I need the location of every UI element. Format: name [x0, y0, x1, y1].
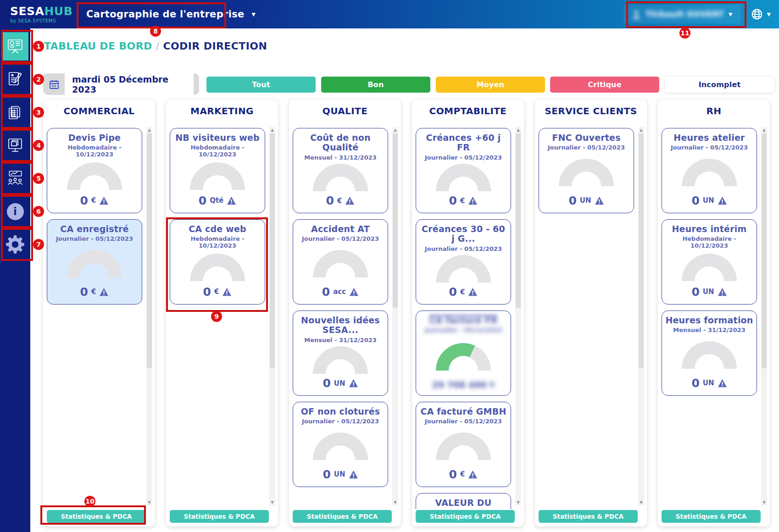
kpi-card-creances-30-60j[interactable]: Créances 30 - 60 j G... Journalier - 05/… — [416, 219, 511, 305]
column-commercial: COMMERCIAL Devis Pipe Hebdomadaire - 10/… — [43, 100, 155, 526]
date-picker[interactable]: mardi 05 Décembre 2023 — [43, 73, 199, 95]
sidebar-item-meetings[interactable] — [2, 164, 28, 193]
kpi-card-heures-formation[interactable]: Heures formation Mensuel - 31/12/2023 0U… — [662, 310, 757, 396]
sesahub-dashboard: SESAHUB by SESA SYSTEMS Cartographie de … — [0, 0, 779, 532]
app-logo: SESAHUB by SESA SYSTEMS — [0, 6, 92, 23]
column-scrollbar[interactable]: ▲▼ — [638, 127, 644, 505]
kpi-card-nouvelles-idees[interactable]: Nouvelles idées SESA... Mensuel - 31/12/… — [293, 310, 388, 396]
top-bar: SESAHUB by SESA SYSTEMS Cartographie de … — [0, 0, 779, 28]
language-chevron-down-icon: ▼ — [767, 11, 771, 17]
column-scrollbar[interactable]: ▲▼ — [761, 127, 767, 505]
kpi-card-accident-at[interactable]: Accident AT Journalier - 05/12/2023 0acc — [293, 219, 388, 305]
column-scrollbar[interactable]: ▲▼ — [392, 127, 398, 505]
kpi-card-fnc-ouvertes[interactable]: FNC Ouvertes Journalier - 05/12/2023 0UN — [539, 128, 634, 213]
kpi-value: 0€ — [203, 285, 232, 299]
annotation-number-11: 11 — [679, 28, 690, 39]
kpi-card-valeur-du-stock[interactable]: VALEUR DU STOCK — [416, 493, 511, 509]
kpi-card-ca-enregistre[interactable]: CA enregistré Journalier - 05/12/2023 0€ — [47, 219, 142, 305]
kpi-value: 0UN — [568, 194, 604, 207]
kpi-card-ca-facture-fr-redacted[interactable]: CA facturé FR Journalier - 05/12/2023 29… — [416, 310, 511, 396]
user-chevron-down-icon: ▼ — [729, 11, 732, 17]
statistiques-pdca-button[interactable]: Statistiques & PDCA — [293, 510, 392, 523]
info-icon: i — [7, 203, 24, 220]
breadcrumb-current-page: CODIR DIRECTION — [163, 40, 267, 52]
gauge-partial-green — [436, 343, 491, 371]
top-right-menu: Thibault DUVERT ▼ ▼ — [623, 0, 771, 28]
column-rh: RH Heures atelier Journalier - 05/12/202… — [658, 100, 770, 526]
column-service-clients: SERVICE CLIENTS FNC Ouvertes Journalier … — [535, 100, 647, 526]
annotation-number-1: 1 — [33, 41, 44, 52]
kpi-value: 0UN — [691, 285, 727, 299]
kpi-card-cout-non-qualite[interactable]: Coût de non Qualité Mensuel - 31/12/2023… — [293, 128, 388, 213]
sidebar-item-settings[interactable] — [2, 230, 28, 259]
sidebar-item-screens[interactable] — [2, 131, 28, 160]
kpi-value: 0€ — [80, 285, 109, 299]
warning-icon — [718, 379, 727, 388]
gauge — [67, 162, 122, 190]
warning-icon — [468, 470, 478, 479]
gauge — [559, 159, 614, 186]
kpi-card-heures-atelier[interactable]: Heures atelier Journalier - 05/12/2023 0… — [662, 128, 757, 213]
kpi-value: 0acc — [322, 285, 359, 299]
warning-icon — [349, 288, 359, 296]
column-title: COMMERCIAL — [43, 105, 155, 116]
gauge — [67, 250, 122, 277]
cartography-dropdown[interactable]: Cartographie de l'entreprise ▼ — [86, 9, 256, 20]
dashboard-board-icon — [6, 37, 24, 55]
kpi-card-ca-facture-gmbh[interactable]: CA facturé GMBH Journalier - 05/12/2023 … — [416, 402, 511, 487]
column-scrollbar[interactable]: ▲▼ — [146, 127, 152, 505]
gauge — [436, 432, 491, 460]
statistiques-pdca-button[interactable]: Statistiques & PDCA — [539, 510, 638, 523]
kpi-value: 0UN — [323, 377, 358, 390]
statistiques-pdca-button[interactable]: Statistiques & PDCA — [416, 510, 515, 523]
gauge — [436, 164, 491, 191]
language-selector[interactable]: ▼ — [751, 8, 771, 20]
document-edit-icon — [6, 70, 24, 89]
statistiques-pdca-button[interactable]: Statistiques & PDCA — [662, 510, 761, 523]
spreadsheet-icon — [6, 103, 24, 122]
user-icon — [632, 10, 641, 19]
user-menu[interactable]: Thibault DUVERT ▼ — [623, 5, 740, 23]
annotation-number-7: 7 — [33, 239, 44, 250]
kpi-card-heures-interim[interactable]: Heures intérim Hebdomadaire - 10/12/2023… — [662, 219, 757, 305]
chevron-down-icon: ▼ — [251, 11, 256, 17]
warning-icon — [222, 288, 232, 296]
kpi-card-ca-cde-web[interactable]: CA cde web Hebdomadaire - 10/12/2023 0€ — [170, 219, 265, 305]
gauge — [313, 432, 368, 460]
breadcrumb-dashboard-link[interactable]: TABLEAU DE BORD — [44, 40, 152, 52]
gauge — [682, 159, 737, 186]
column-title: QUALITE — [289, 105, 401, 116]
gauge — [190, 254, 245, 281]
kpi-card-of-non-clotures[interactable]: OF non cloturés Journalier - 05/12/2023 … — [293, 402, 388, 487]
kpi-card-creances-60j-fr[interactable]: Créances +60 j FR Journalier - 05/12/202… — [416, 128, 511, 213]
logo-tagline: by SESA SYSTEMS — [10, 18, 92, 23]
kpi-value: 0UN — [691, 194, 727, 207]
filter-button-moyen[interactable]: Moyen — [436, 77, 545, 93]
warning-icon — [349, 470, 358, 479]
kpi-card-nb-visiteurs-web[interactable]: NB visiteurs web Hebdomadaire - 10/12/20… — [170, 128, 265, 213]
gauge — [313, 164, 368, 191]
kpi-card-devis-pipe[interactable]: Devis Pipe Hebdomadaire - 10/12/2023 0€ — [47, 128, 142, 213]
kpi-value: 0€ — [326, 194, 355, 207]
filter-button-critique[interactable]: Critique — [550, 77, 659, 93]
sidebar-item-contracts[interactable] — [2, 65, 28, 94]
sidebar-item-dashboard[interactable] — [2, 32, 28, 61]
annotation-number-2: 2 — [33, 74, 44, 85]
logo-primary: SESA — [10, 5, 44, 18]
kpi-value: 0UN — [691, 377, 727, 390]
kpi-value: 0€ — [80, 194, 109, 207]
statistiques-pdca-button[interactable]: Statistiques & PDCA — [47, 510, 146, 523]
warning-icon — [718, 288, 727, 296]
globe-icon — [751, 8, 763, 20]
filter-button-bon[interactable]: Bon — [321, 77, 430, 93]
sidebar-item-reports[interactable] — [2, 98, 28, 127]
monitor-pages-icon — [6, 136, 24, 155]
breadcrumb: TABLEAU DE BORD/CODIR DIRECTION — [44, 40, 267, 52]
filter-button-incomplet[interactable]: Incomplet — [665, 77, 774, 93]
statistiques-pdca-button[interactable]: Statistiques & PDCA — [170, 510, 269, 523]
column-scrollbar[interactable]: ▲▼ — [515, 127, 521, 505]
filter-button-tout[interactable]: Tout — [206, 77, 316, 93]
column-scrollbar[interactable]: ▲▼ — [269, 127, 275, 505]
sidebar-item-info[interactable]: i — [2, 197, 28, 226]
logo-secondary: HUB — [44, 5, 72, 18]
